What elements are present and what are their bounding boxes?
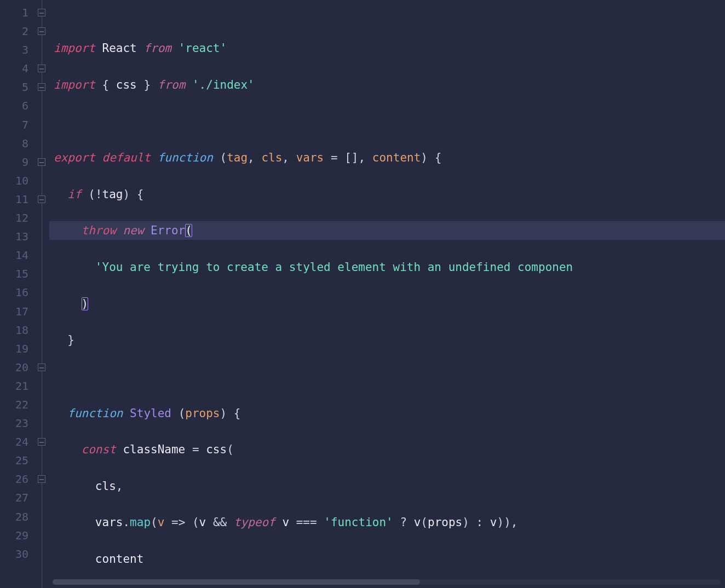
code-line[interactable]: vars.map(v => (v && typeof v === 'functi… (54, 513, 725, 532)
fold-handle-icon[interactable] (38, 475, 45, 483)
brace-open: { (102, 78, 110, 91)
paren-close: ) (123, 188, 130, 201)
line-number[interactable]: 5 (0, 78, 28, 96)
line-number[interactable]: 14 (0, 246, 28, 264)
identifier: React (102, 42, 137, 55)
line-number[interactable]: 20 (0, 358, 28, 377)
scrollbar-thumb[interactable] (53, 579, 420, 585)
property: map (130, 516, 151, 529)
line-number[interactable]: 12 (0, 209, 28, 227)
line-number[interactable]: 19 (0, 339, 28, 358)
fold-handle-icon[interactable] (38, 65, 45, 72)
keyword-typeof: typeof (234, 516, 275, 529)
keyword-import: import (54, 78, 95, 91)
line-number[interactable]: 21 (0, 377, 28, 395)
line-number[interactable]: 10 (0, 171, 28, 190)
operator-arrow: => (171, 516, 185, 529)
code-line[interactable]: cls, (54, 477, 725, 495)
keyword-from: from (158, 78, 186, 91)
line-number[interactable]: 28 (0, 508, 28, 526)
code-line[interactable]: function Styled (props) { (54, 404, 725, 423)
code-line[interactable]: import { css } from './index' (54, 76, 725, 94)
code-line[interactable]: ) (54, 295, 725, 313)
comma: , (248, 151, 255, 164)
paren-open: ( (192, 516, 199, 529)
paren-open: ( (179, 407, 186, 420)
fold-handle-icon[interactable] (38, 9, 45, 16)
fold-handle-icon[interactable] (38, 158, 45, 166)
comma: , (282, 151, 289, 164)
line-number[interactable]: 6 (0, 96, 28, 115)
line-number[interactable]: 7 (0, 116, 28, 134)
fold-handle-icon[interactable] (38, 83, 45, 91)
line-number[interactable]: 23 (0, 414, 28, 433)
line-number[interactable]: 3 (0, 41, 28, 59)
operator-not: ! (95, 188, 102, 201)
line-number[interactable]: 26 (0, 470, 28, 488)
line-number[interactable]: 25 (0, 451, 28, 470)
identifier: css (116, 78, 137, 91)
line-number[interactable]: 1 (0, 3, 28, 22)
code-line[interactable]: import React from 'react' (54, 39, 725, 57)
code-line[interactable]: if (!tag) { (54, 185, 725, 204)
keyword-function: function (67, 407, 123, 420)
code-line[interactable]: const className = css( (54, 440, 725, 459)
comma: , (359, 151, 366, 164)
code-line[interactable]: export default function (tag, cls, vars … (54, 148, 725, 167)
identifier: cls (95, 480, 116, 493)
line-number[interactable]: 24 (0, 433, 28, 451)
operator-ternary-c: : (476, 516, 484, 529)
brace-close: } (67, 333, 74, 347)
fold-handle-icon[interactable] (38, 438, 45, 446)
line-number[interactable]: 29 (0, 526, 28, 545)
param: content (372, 151, 421, 164)
identifier: v (490, 516, 497, 529)
paren-close: ) (504, 516, 511, 529)
fold-handle-icon[interactable] (38, 27, 45, 35)
brace-close: } (143, 78, 151, 91)
line-number[interactable]: 18 (0, 321, 28, 339)
line-number[interactable]: 27 (0, 488, 28, 507)
fold-handle-icon[interactable] (38, 364, 45, 371)
code-line[interactable]: 'You are trying to create a styled eleme… (54, 258, 725, 276)
string-literal: './index' (192, 78, 255, 91)
line-number[interactable]: 13 (0, 227, 28, 246)
code-line[interactable] (54, 367, 725, 386)
line-number[interactable]: 4 (0, 59, 28, 78)
code-line[interactable]: } (54, 331, 725, 349)
line-number[interactable]: 8 (0, 134, 28, 153)
code-line-highlighted[interactable]: 💡 throw new Error( (54, 221, 725, 240)
line-number[interactable]: 22 (0, 395, 28, 414)
paren-open: ( (220, 151, 227, 164)
operator-and: && (213, 516, 227, 529)
code-editor[interactable]: 1 2 3 4 5 6 7 8 9 10 11 12 13 14 15 16 1… (0, 0, 725, 588)
operator-eq: = (192, 443, 199, 456)
line-number-gutter[interactable]: 1 2 3 4 5 6 7 8 9 10 11 12 13 14 15 16 1… (0, 0, 34, 588)
horizontal-scrollbar[interactable] (53, 579, 721, 585)
keyword-export: export (54, 151, 95, 164)
paren-close: ) (462, 516, 469, 529)
line-number[interactable]: 16 (0, 283, 28, 302)
code-area[interactable]: import React from 'react' import { css }… (49, 0, 725, 588)
identifier: v (282, 516, 289, 529)
line-number[interactable]: 11 (0, 190, 28, 209)
param: v (158, 516, 165, 529)
paren-open: ( (151, 516, 158, 529)
identifier: css (206, 443, 227, 456)
line-number[interactable]: 15 (0, 264, 28, 283)
line-number[interactable]: 30 (0, 545, 28, 563)
brace-open: { (234, 407, 241, 420)
keyword-if: if (67, 188, 81, 201)
fold-handle-icon[interactable] (38, 195, 45, 203)
line-number[interactable]: 9 (0, 153, 28, 171)
fold-column (34, 0, 49, 588)
line-number[interactable]: 17 (0, 302, 28, 321)
dot: . (123, 516, 130, 529)
identifier: content (95, 552, 144, 566)
line-number[interactable]: 2 (0, 22, 28, 41)
keyword-default: default (102, 151, 151, 164)
param: props (185, 407, 220, 420)
code-line[interactable]: content (54, 550, 725, 568)
identifier: props (428, 516, 462, 529)
code-line[interactable] (54, 112, 725, 130)
